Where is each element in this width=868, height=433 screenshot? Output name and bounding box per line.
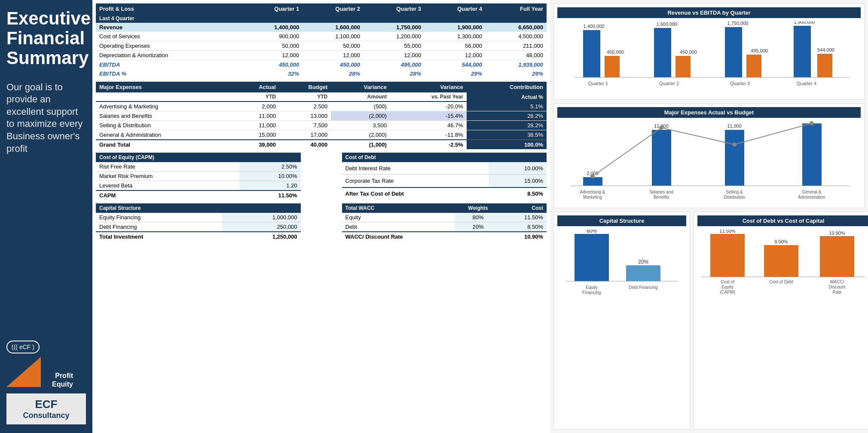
ga-actual: 15,000: [232, 130, 279, 140]
ef-row: Equity Financing 1,000,000: [96, 213, 301, 222]
da-q3: 12,000: [364, 51, 425, 60]
revenue-q3: 1,750,000: [364, 23, 425, 32]
svg-rect-52: [764, 245, 798, 277]
expenses-chart-title: Major Expenses Actual vs Budget: [557, 107, 861, 118]
da-row: Depreciation & Amortization 12,000 12,00…: [96, 51, 547, 60]
ctr-row: Corporate Tax Rate 15.00%: [342, 175, 547, 187]
svg-text:1,900,000: 1,900,000: [794, 21, 815, 25]
svg-text:Administration: Administration: [798, 195, 825, 200]
svg-text:Marketing: Marketing: [583, 195, 602, 200]
ebitda-row: EBITDA 450,000 450,000 495,000 544,000 1…: [96, 60, 547, 70]
ebitda-q4: 544,000: [425, 60, 486, 70]
cos-q1: 900,000: [241, 32, 303, 41]
cs-header: Capital Structure: [96, 203, 301, 213]
ebitda-pct-q2: 28%: [303, 69, 364, 78]
wacc-total-weight: [455, 232, 501, 241]
svg-text:Discount: Discount: [829, 285, 846, 289]
ebitda-fy: 1,939,000: [486, 60, 547, 70]
da-fy: 48,000: [486, 51, 547, 60]
adv-label: Advertising & Marketing: [96, 101, 232, 111]
svg-text:Quarter 3: Quarter 3: [730, 81, 750, 86]
ebitda-pct-q1: 32%: [241, 69, 303, 78]
df-label: Debt Financing: [96, 222, 222, 232]
capm-row: CAPM 11.50%: [96, 190, 301, 200]
ef-label: Equity Financing: [96, 213, 222, 222]
svg-text:Quarter 4: Quarter 4: [797, 81, 816, 86]
ef-value: 1,000,000: [222, 213, 300, 222]
svg-text:Equity: Equity: [586, 285, 598, 290]
ce-header: Cost of Equity (CAPM): [96, 153, 301, 162]
svg-text:Quarter 1: Quarter 1: [588, 81, 608, 86]
ebitda-q3: 495,000: [364, 60, 425, 70]
svg-text:1,600,000: 1,600,000: [657, 21, 678, 27]
svg-text:Selling &: Selling &: [726, 190, 743, 194]
adv-actual: 2,000: [232, 101, 279, 111]
svg-text:450,000: 450,000: [680, 49, 697, 55]
svg-rect-23: [652, 130, 671, 186]
revenue-row: Revenue 1,400,000 1,600,000 1,750,000 1,…: [96, 23, 547, 32]
triangle-container: Profit Equity: [6, 357, 75, 391]
sell-budget: 7,500: [279, 121, 331, 130]
sal-budget: 13,000: [279, 111, 331, 121]
sal-var-pct: -15.4%: [390, 111, 467, 121]
svg-point-31: [732, 142, 737, 147]
expenses-section: Major Expenses Actual Budget Variance Va…: [92, 80, 550, 151]
opex-q2: 50,000: [303, 41, 364, 51]
left-sidebar: Executive Financial Summary Our goal is …: [0, 0, 92, 433]
opex-label: Operating Expenses: [96, 41, 241, 51]
cost-chart-title: Cost of Debt vs Cost of Capital: [697, 215, 868, 226]
ti-value: 1,250,000: [222, 232, 300, 241]
bottom-tables-row2: Capital Structure Equity Financing 1,000…: [92, 202, 550, 243]
revenue-fy: 6,650,000: [486, 23, 547, 32]
adv-budget: 2,500: [279, 101, 331, 111]
opex-q1: 50,000: [241, 41, 303, 51]
last4q-label: Last 4 Quarter: [96, 14, 547, 23]
ecf-title: ECF: [11, 398, 82, 411]
grand-total-row: Grand Total 39,000 40,000 (1,000) -2.5% …: [96, 140, 547, 149]
revenue-chart-svg: 1,400,000 450,000 Quarter 1 1,600,000 45…: [557, 21, 858, 95]
svg-text:Cost of Debt: Cost of Debt: [769, 279, 793, 284]
expenses-header-row2: YTD YTD Amount vs. Past Year Actual %: [96, 92, 547, 101]
svg-text:Quarter 2: Quarter 2: [659, 81, 679, 86]
sidebar-tagline: Our goal is to provide an excellent supp…: [6, 81, 86, 155]
pnl-section: Profit & Loss Quarter 1 Quarter 2 Quarte…: [92, 0, 550, 80]
opex-fy: 211,000: [486, 41, 547, 51]
svg-text:General &: General &: [802, 190, 821, 194]
revenue-q2: 1,600,000: [303, 23, 364, 32]
revenue-chart-container: Revenue vs EBITDA by Quarter 1,400,000 4…: [553, 3, 865, 100]
pnl-header-row: Profit & Loss Quarter 1 Quarter 2 Quarte…: [96, 3, 547, 14]
svg-rect-18: [817, 54, 832, 77]
center-content: Profit & Loss Quarter 1 Quarter 2 Quarte…: [92, 0, 550, 433]
gt-label: Grand Total: [96, 140, 232, 149]
right-charts: Revenue vs EBITDA by Quarter 1,400,000 4…: [550, 0, 868, 433]
sal-var: (2,000): [331, 111, 390, 121]
ga-label: General & Administration: [96, 130, 232, 140]
lb-value: 1.20: [239, 181, 301, 191]
cost-debt-table: Cost of Debt Debt Interest Rate 10.00% C…: [342, 153, 547, 200]
lb-row: Levered Beta 1.20: [96, 181, 301, 191]
opex-q4: 56,000: [425, 41, 486, 51]
sal-actual: 11,000: [232, 111, 279, 121]
svg-text:Benefits: Benefits: [654, 195, 669, 200]
wacc-total-label: WACC/ Discount Rate: [342, 232, 455, 241]
svg-rect-11: [725, 27, 742, 77]
mrp-value: 10.00%: [239, 172, 301, 181]
adv-var: (500): [331, 101, 390, 111]
svg-text:Distribution: Distribution: [724, 195, 745, 200]
gt-contrib: 100.0%: [467, 140, 547, 149]
svg-text:544,000: 544,000: [817, 47, 834, 52]
pnl-col-q4: Quarter 4: [425, 3, 486, 14]
svg-rect-50: [710, 234, 745, 277]
sal-label: Salaries and Benefits: [96, 111, 232, 121]
ebitda-pct-q4: 29%: [425, 69, 486, 78]
cos-q4: 1,300,000: [425, 32, 486, 41]
revenue-label: Revenue: [96, 23, 241, 32]
sidebar-title: Executive Financial Summary: [6, 9, 86, 68]
expenses-table: Major Expenses Actual Budget Variance Va…: [96, 82, 547, 149]
pnl-col-q2: Quarter 2: [303, 3, 364, 14]
capital-structure-chart-title: Capital Structure: [557, 215, 686, 226]
wacc-equity-weight: 80%: [455, 213, 501, 222]
main-container: Executive Financial Summary Our goal is …: [0, 0, 868, 433]
ga-var-pct: -11.8%: [390, 130, 467, 140]
sell-contrib: 28.2%: [467, 121, 547, 130]
